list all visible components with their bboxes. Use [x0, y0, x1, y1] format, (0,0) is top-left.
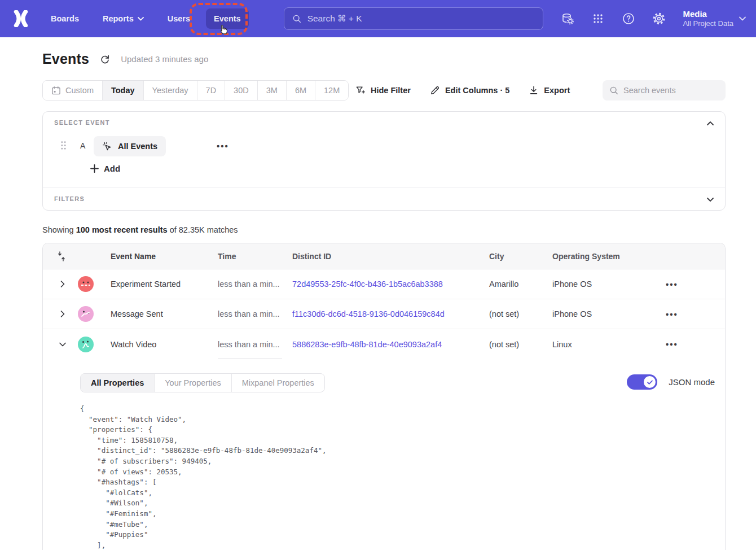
cell-os: iPhone OS	[552, 280, 652, 289]
help-icon[interactable]	[622, 12, 635, 25]
properties-tabs: All Properties Your Properties Mixpanel …	[80, 373, 325, 392]
last-updated-text: Updated 3 minutes ago	[121, 54, 208, 64]
toggle-knob	[644, 376, 656, 388]
nav-item-boards[interactable]: Boards	[43, 8, 87, 29]
cell-time: less than a min...	[218, 309, 292, 318]
events-table: Event Name Time Distinct ID City Operati…	[42, 243, 726, 550]
cell-event-name: Message Sent	[97, 309, 218, 318]
nav-item-reports[interactable]: Reports	[95, 8, 152, 29]
edit-columns-button[interactable]: Edit Columns · 5	[430, 85, 509, 95]
event-options-kebab[interactable]: •••	[217, 141, 229, 151]
event-avatar-icon	[78, 337, 94, 352]
collapse-section-chevron-up-icon[interactable]	[706, 119, 715, 128]
cell-distinct-id-link[interactable]: 72d49553-25fc-4f0c-b436-1b5ac6ab3388	[292, 280, 489, 289]
expand-section-chevron-down-icon[interactable]	[706, 195, 715, 204]
pencil-icon	[430, 85, 440, 95]
event-json-code: { "event": "Watch Video", "properties": …	[80, 404, 327, 550]
event-selector-button[interactable]: All Events	[94, 136, 166, 156]
search-events-input[interactable]	[623, 86, 719, 95]
edit-columns-label: Edit Columns · 5	[445, 86, 509, 95]
table-row[interactable]: Experiment Started less than a min... 72…	[43, 269, 725, 299]
select-event-label: SELECT EVENT	[54, 119, 110, 126]
data-management-icon[interactable]	[561, 12, 574, 25]
date-segment-12m[interactable]: 12M	[315, 81, 348, 100]
cell-distinct-id-link[interactable]: 5886283e-e9fb-48fb-81de-40e9093a2af4	[292, 340, 489, 349]
tab-mixpanel-properties[interactable]: Mixpanel Properties	[232, 374, 324, 392]
row-options-kebab[interactable]: •••	[666, 280, 725, 289]
date-range-control: Custom Today Yesterday 7D 30D 3M 6M 12M	[42, 80, 349, 101]
date-segment-yesterday[interactable]: Yesterday	[144, 81, 197, 100]
search-events-field[interactable]	[603, 80, 726, 101]
tab-all-properties[interactable]: All Properties	[81, 374, 155, 392]
drag-handle-icon[interactable]	[60, 141, 67, 150]
export-label: Export	[544, 86, 570, 95]
row-options-kebab[interactable]: •••	[666, 309, 725, 319]
hide-filter-button[interactable]: Hide Filter	[355, 85, 411, 95]
table-row-expanded[interactable]: Watch Video less than a min... 5886283e-…	[43, 329, 725, 359]
top-nav: Boards Reports Users Events	[0, 0, 756, 37]
query-builder-card: SELECT EVENT A All Events ••• Add	[42, 111, 726, 211]
plus-icon	[90, 164, 99, 173]
add-event-button[interactable]: Add	[90, 164, 120, 173]
refresh-icon[interactable]	[99, 54, 111, 65]
date-segment-6m[interactable]: 6M	[287, 81, 315, 100]
col-header-city[interactable]: City	[489, 252, 552, 261]
nav-item-users[interactable]: Users	[160, 8, 198, 29]
global-search[interactable]	[284, 7, 543, 30]
settings-gear-icon[interactable]	[652, 12, 666, 25]
table-header-row: Event Name Time Distinct ID City Operati…	[43, 243, 725, 269]
date-segment-3m[interactable]: 3M	[258, 81, 287, 100]
date-segment-today[interactable]: Today	[103, 81, 144, 100]
col-header-time[interactable]: Time	[218, 252, 292, 261]
calendar-icon	[51, 86, 61, 95]
expand-row-chevron-right-icon[interactable]	[59, 310, 67, 318]
cell-city: (not set)	[489, 340, 552, 349]
filters-section[interactable]: FILTERS	[43, 187, 725, 211]
hide-filter-label: Hide Filter	[371, 86, 411, 95]
chevron-down-icon	[739, 16, 746, 21]
date-segment-7d[interactable]: 7D	[197, 81, 226, 100]
divider	[218, 359, 282, 359]
nav-right: Media All Project Data	[561, 8, 756, 29]
project-selector[interactable]: Media All Project Data	[683, 8, 746, 29]
nav-item-events[interactable]: Events	[206, 8, 249, 29]
json-mode-label: JSON mode	[669, 377, 715, 387]
global-search-input[interactable]	[307, 14, 535, 24]
expand-row-chevron-right-icon[interactable]	[59, 280, 67, 288]
search-icon	[292, 14, 301, 23]
event-avatar-icon	[78, 306, 94, 322]
collapse-row-chevron-down-icon[interactable]	[59, 341, 67, 348]
tab-your-properties[interactable]: Your Properties	[155, 374, 231, 392]
cell-time: less than a min...	[218, 340, 292, 349]
summary-suffix: of 82.35K matches	[168, 225, 238, 234]
export-button[interactable]: Export	[529, 85, 570, 95]
project-name: Media	[683, 8, 733, 20]
selected-event-name: All Events	[118, 142, 157, 151]
date-segment-custom[interactable]: Custom	[43, 81, 103, 100]
col-header-event-name[interactable]: Event Name	[97, 252, 218, 261]
cell-time: less than a min...	[218, 280, 292, 289]
row-options-kebab[interactable]: •••	[666, 339, 725, 349]
add-label: Add	[104, 164, 120, 173]
events-page: Boards Reports Users Events	[0, 0, 756, 550]
table-row[interactable]: Message Sent less than a min... f11c30d6…	[43, 299, 725, 329]
cell-event-name: Watch Video	[97, 340, 218, 349]
event-avatar-icon	[78, 276, 94, 292]
sort-icon[interactable]	[58, 251, 65, 262]
check-icon	[647, 379, 653, 386]
json-mode-toggle[interactable]	[627, 374, 657, 390]
apps-grid-icon[interactable]	[591, 12, 605, 25]
col-header-distinct-id[interactable]: Distinct ID	[292, 252, 489, 261]
date-segment-30d[interactable]: 30D	[225, 81, 258, 100]
mixpanel-logo-icon[interactable]	[11, 10, 30, 27]
chevron-down-icon	[138, 17, 144, 21]
project-scope: All Project Data	[683, 19, 733, 29]
search-icon	[609, 86, 618, 95]
cell-os: Linux	[552, 340, 652, 349]
cell-city: (not set)	[489, 309, 552, 318]
summary-prefix: Showing	[42, 225, 76, 234]
table-toolbar: Hide Filter Edit Columns · 5 Export	[355, 80, 726, 101]
cell-distinct-id-link[interactable]: f11c30d6-dc6d-4518-9136-0d046159c84d	[292, 309, 489, 318]
col-header-os[interactable]: Operating System	[552, 252, 652, 261]
step-letter: A	[80, 141, 85, 150]
